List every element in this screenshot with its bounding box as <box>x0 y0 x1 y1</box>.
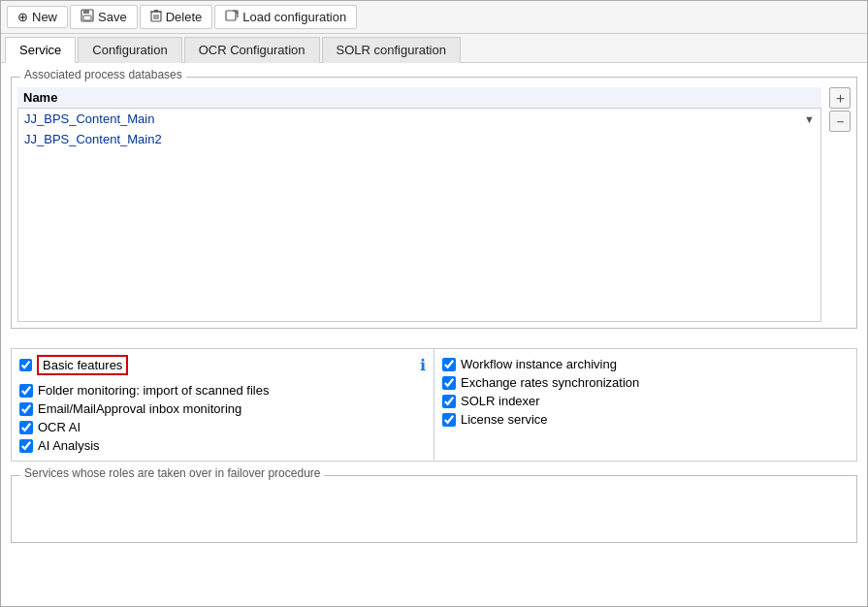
svg-rect-9 <box>226 11 236 20</box>
svg-rect-2 <box>83 16 91 20</box>
associated-dbs-section: Associated process databases Name JJ_BPS… <box>11 77 857 329</box>
list-item[interactable]: JJ_BPS_Content_Main ▼ <box>18 109 820 129</box>
db-side-buttons: ＋ － <box>825 87 851 322</box>
load-config-label: Load configuration <box>242 10 346 24</box>
main-window: ⊕ New Save <box>0 0 868 607</box>
save-label: Save <box>98 10 127 24</box>
basic-features-header: Basic features <box>19 355 128 375</box>
new-button[interactable]: ⊕ New <box>7 6 68 28</box>
feature-item-solr: SOLR indexer <box>442 392 849 410</box>
add-db-button[interactable]: ＋ <box>829 87 851 109</box>
new-label: New <box>32 10 57 24</box>
features-section: Basic features ℹ Folder monitoring: impo… <box>11 348 857 462</box>
feature-item-exchange: Exchange rates synchronization <box>442 373 849 392</box>
feature-checkbox-ocr-ai[interactable] <box>19 421 33 434</box>
feature-item-workflow: Workflow instance archiving <box>442 355 849 373</box>
feature-title-row: Basic features ℹ <box>19 355 426 375</box>
db-table-header: Name <box>17 87 821 109</box>
delete-button[interactable]: Delete <box>140 5 213 29</box>
save-button[interactable]: Save <box>70 5 138 29</box>
feature-item-license: License service <box>442 410 849 429</box>
features-left-items: Folder monitoring: import of scanned fil… <box>19 381 426 455</box>
feature-item-folder: Folder monitoring: import of scanned fil… <box>19 381 426 399</box>
db-table-area: Name JJ_BPS_Content_Main ▼ JJ_BPS_Conten… <box>17 87 821 322</box>
list-item[interactable]: JJ_BPS_Content_Main2 <box>18 129 820 149</box>
feature-checkbox-exchange[interactable] <box>442 376 456 390</box>
new-icon: ⊕ <box>17 10 28 24</box>
load-config-button[interactable]: Load configuration <box>214 5 357 29</box>
feature-item-email: Email/MailApproval inbox monitoring <box>19 399 426 418</box>
failover-section: Services whose roles are taken over in f… <box>11 475 857 598</box>
tab-configuration[interactable]: Configuration <box>78 37 181 63</box>
features-left: Basic features ℹ Folder monitoring: impo… <box>12 349 434 461</box>
features-right: Workflow instance archiving Exchange rat… <box>434 349 856 461</box>
db-area: Name JJ_BPS_Content_Main ▼ JJ_BPS_Conten… <box>17 87 851 322</box>
basic-features-title: Basic features <box>37 355 128 375</box>
failover-legend: Services whose roles are taken over in f… <box>20 466 324 480</box>
tab-bar: Service Configuration OCR Configuration … <box>1 34 867 63</box>
tab-service[interactable]: Service <box>5 37 76 63</box>
associated-dbs-legend: Associated process databases <box>20 68 186 81</box>
feature-checkbox-solr[interactable] <box>442 395 456 408</box>
svg-rect-5 <box>154 10 158 12</box>
delete-icon <box>150 9 162 25</box>
feature-item-ai-analysis: AI Analysis <box>19 436 426 455</box>
feature-checkbox-ai-analysis[interactable] <box>19 439 33 453</box>
basic-features-checkbox[interactable] <box>19 359 32 371</box>
info-icon[interactable]: ℹ <box>420 356 426 374</box>
load-config-icon <box>225 9 239 25</box>
save-icon <box>80 9 94 25</box>
toolbar: ⊕ New Save <box>1 1 867 34</box>
tab-solr-configuration[interactable]: SOLR configuration <box>322 37 461 63</box>
feature-item-ocr-ai: OCR AI <box>19 418 426 436</box>
tab-ocr-configuration[interactable]: OCR Configuration <box>184 37 320 63</box>
db-list[interactable]: JJ_BPS_Content_Main ▼ JJ_BPS_Content_Mai… <box>17 109 821 322</box>
svg-rect-1 <box>83 10 89 14</box>
feature-checkbox-folder[interactable] <box>19 384 33 398</box>
main-content: Associated process databases Name JJ_BPS… <box>1 63 867 606</box>
feature-checkbox-email[interactable] <box>19 402 33 416</box>
feature-checkbox-license[interactable] <box>442 413 456 427</box>
dropdown-arrow-icon: ▼ <box>804 113 815 125</box>
delete-label: Delete <box>166 10 203 24</box>
feature-checkbox-workflow[interactable] <box>442 358 456 371</box>
remove-db-button[interactable]: － <box>829 111 851 132</box>
